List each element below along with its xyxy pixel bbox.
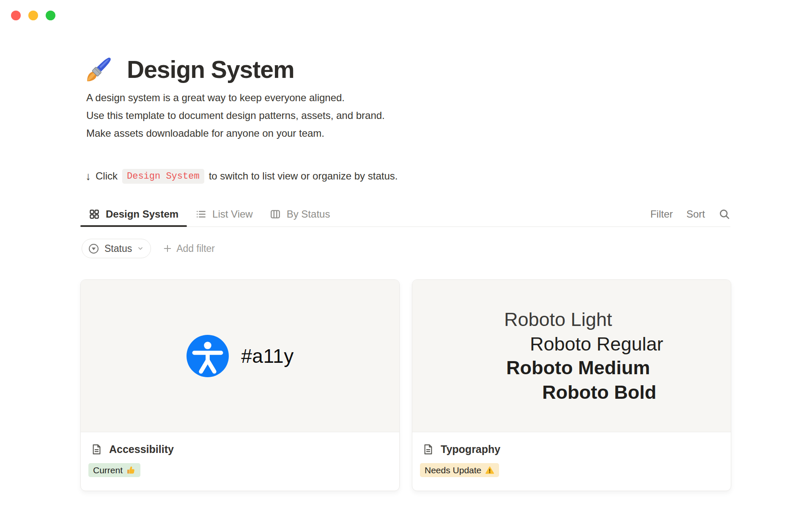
grid-icon bbox=[89, 209, 100, 220]
toolbar-actions: Filter Sort bbox=[650, 208, 730, 220]
accessibility-icon bbox=[186, 334, 229, 378]
window-controls bbox=[11, 11, 55, 20]
cover-text-a11y: #a11y bbox=[241, 345, 294, 367]
page-header: Design System bbox=[80, 51, 294, 88]
add-filter-button[interactable]: Add filter bbox=[163, 243, 215, 254]
hint-suffix: to switch to list view or organize by st… bbox=[209, 170, 398, 182]
status-property-icon bbox=[88, 243, 99, 254]
status-badge-needs-update: Needs Update bbox=[420, 463, 499, 477]
tab-by-status[interactable]: By Status bbox=[261, 202, 339, 226]
warning-icon bbox=[485, 466, 494, 475]
page-icon bbox=[422, 444, 434, 455]
card-cover-accessibility: #a11y bbox=[81, 280, 399, 432]
inline-code-chip: Design System bbox=[122, 169, 204, 184]
search-icon[interactable] bbox=[719, 208, 730, 220]
tab-label: List View bbox=[212, 208, 253, 220]
font-sample-light: Roboto Light bbox=[504, 307, 612, 332]
thumbs-up-icon bbox=[126, 466, 136, 475]
page-description: A design system is a great way to keep e… bbox=[86, 89, 385, 142]
down-arrow-icon: ↓ bbox=[85, 170, 91, 183]
page-icon bbox=[91, 444, 102, 455]
plus-icon bbox=[163, 244, 172, 253]
card-meta: Typography Needs Update bbox=[412, 432, 731, 488]
filter-bar: Status Add filter bbox=[82, 239, 215, 258]
list-icon bbox=[195, 209, 206, 220]
font-sample-medium: Roboto Medium bbox=[506, 356, 650, 380]
card-title: Accessibility bbox=[109, 443, 174, 456]
status-badge-label: Needs Update bbox=[425, 465, 481, 475]
paintbrush-icon bbox=[80, 51, 118, 88]
tab-label: By Status bbox=[287, 208, 330, 220]
description-line: A design system is a great way to keep e… bbox=[86, 89, 385, 107]
status-filter-label: Status bbox=[104, 243, 132, 254]
filter-button[interactable]: Filter bbox=[650, 208, 673, 220]
hint-prefix: Click bbox=[96, 170, 118, 182]
gallery-view: #a11y Accessibility Current bbox=[80, 279, 731, 491]
font-sample-regular: Roboto Regular bbox=[530, 332, 663, 356]
description-line: Make assets downloadable for anyone on y… bbox=[86, 124, 385, 142]
status-badge-label: Current bbox=[93, 465, 123, 475]
zoom-window-button[interactable] bbox=[46, 11, 55, 20]
card-cover-typography: Roboto Light Roboto Regular Roboto Mediu… bbox=[412, 280, 731, 432]
page-title: Design System bbox=[127, 55, 294, 83]
card-accessibility[interactable]: #a11y Accessibility Current bbox=[80, 279, 400, 491]
font-sample-bold: Roboto Bold bbox=[542, 380, 656, 405]
board-icon bbox=[270, 209, 281, 220]
card-typography[interactable]: Roboto Light Roboto Regular Roboto Mediu… bbox=[412, 279, 731, 491]
status-filter-chip[interactable]: Status bbox=[82, 239, 151, 258]
tab-design-system[interactable]: Design System bbox=[80, 202, 187, 226]
chevron-down-icon bbox=[137, 245, 144, 252]
description-line: Use this template to document design pat… bbox=[86, 107, 385, 124]
card-title: Typography bbox=[441, 443, 500, 456]
tab-label: Design System bbox=[106, 208, 178, 220]
card-meta: Accessibility Current bbox=[81, 432, 399, 488]
hint-line: ↓ Click Design System to switch to list … bbox=[85, 168, 398, 185]
status-badge-current: Current bbox=[88, 463, 140, 477]
minimize-window-button[interactable] bbox=[28, 11, 38, 20]
close-window-button[interactable] bbox=[11, 11, 21, 20]
view-toolbar: Design System List View By Status Filter… bbox=[80, 202, 730, 227]
tab-list-view[interactable]: List View bbox=[187, 202, 261, 226]
sort-button[interactable]: Sort bbox=[686, 208, 705, 220]
add-filter-label: Add filter bbox=[176, 243, 215, 254]
